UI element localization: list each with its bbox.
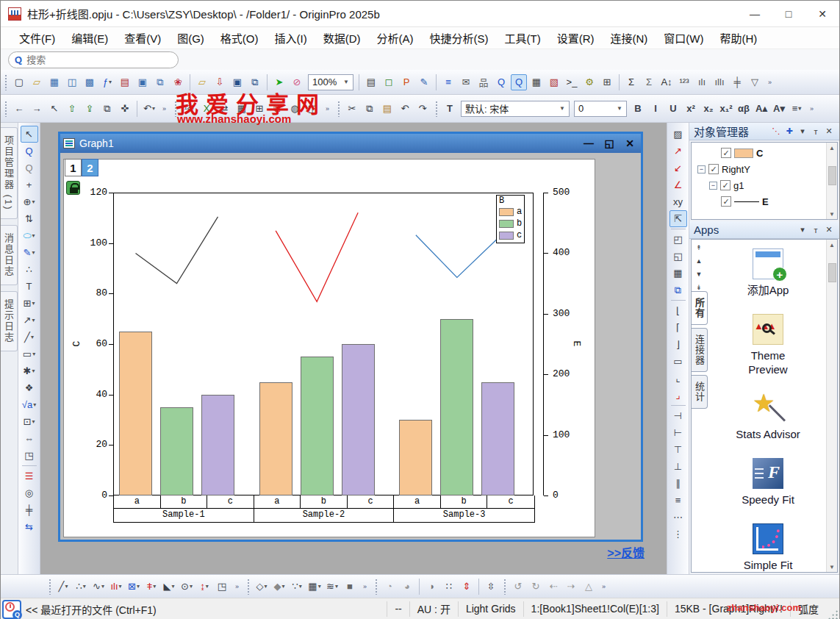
toolbar-overflow-button[interactable]: » [599, 577, 609, 596]
scroll-down-icon[interactable]: ▼ [829, 209, 835, 219]
tree-collapse-icon[interactable]: − [709, 182, 717, 190]
print-preview[interactable]: ◻ [381, 74, 397, 90]
set-digits[interactable]: ¹²³ [676, 74, 692, 90]
subsuperscript-button[interactable]: x₁² [718, 101, 734, 117]
sort-column[interactable]: A↕ [658, 74, 675, 90]
object-3d-tool[interactable]: ◳ [21, 447, 38, 464]
frame-ticks[interactable]: ⌞ [670, 370, 687, 387]
tree-checkbox[interactable]: ✓ [720, 180, 730, 190]
tree-row-g1[interactable]: −✓g1 [693, 177, 836, 193]
dock-tab[interactable]: 消息日志 [1, 225, 18, 285]
undo[interactable]: ↶ [397, 101, 413, 117]
scatter-plot[interactable]: ∴▾ [73, 579, 89, 595]
unmask-points-toolbar[interactable]: ◕ [399, 579, 415, 595]
tilt-right[interactable]: ⇢ [563, 579, 579, 595]
tree-label[interactable]: E [762, 196, 769, 207]
move-data-points[interactable]: ∷ [441, 579, 457, 595]
cancel-pointer[interactable]: ↖ [46, 101, 62, 117]
pan-hand-tool[interactable]: ❖ [21, 379, 38, 396]
remove-bad-points[interactable]: ⇕ [459, 579, 475, 595]
mask-color-tool[interactable]: ▨ [670, 126, 687, 143]
scroll-thumb[interactable] [828, 263, 836, 282]
menu-连接N[interactable]: 连接(N) [602, 28, 656, 48]
new-project[interactable]: ▢ [11, 74, 27, 90]
toolbar-grip[interactable] [375, 579, 378, 595]
maximize-button[interactable]: □ [772, 1, 805, 26]
zoom-out-tool[interactable]: Q [21, 160, 38, 176]
exchange-xy[interactable]: xy [670, 193, 687, 210]
increase-font-button[interactable]: A▴ [753, 101, 769, 117]
menu-文件F[interactable]: 文件(F) [11, 28, 63, 48]
print[interactable]: ▤ [363, 74, 379, 90]
arrow-tool[interactable]: ↗▾ [21, 312, 38, 329]
line-E-Sample-2[interactable] [276, 212, 358, 301]
worksheet-view[interactable]: ▦ [528, 74, 545, 90]
format-worksheet[interactable]: ▧ [546, 74, 562, 90]
line-tool[interactable]: ╱▾ [21, 329, 38, 346]
style-slider-tool[interactable]: ╪ [21, 501, 38, 518]
tree-checkbox[interactable]: ✓ [721, 148, 731, 158]
lock-icon[interactable] [66, 181, 80, 195]
wireframe-3d-plot[interactable]: ◆▾ [271, 579, 287, 595]
axis-zoom-in[interactable]: ↗ [670, 143, 687, 160]
menu-帮助H[interactable]: 帮助(H) [711, 28, 765, 48]
om-close-icon[interactable]: ✕ [823, 126, 835, 137]
tree-row-C[interactable]: ✓C [693, 145, 836, 161]
script-window[interactable]: >_ [564, 74, 580, 90]
menu-编辑E[interactable]: 编辑(E) [63, 28, 116, 48]
alignment-button[interactable]: ≡▾ [789, 101, 805, 117]
pointer-tool[interactable]: ↖ [21, 126, 38, 143]
pin-window[interactable]: ✜ [117, 101, 133, 117]
menu-数据D[interactable]: 数据(D) [315, 28, 369, 48]
status-hint[interactable]: << 最近打开的文件 (Ctrl+F1) [26, 602, 157, 617]
graph-3d-frame[interactable]: ◳ [214, 579, 230, 595]
stock-plot[interactable]: ↨▾ [196, 579, 212, 595]
tilt-left[interactable]: ⇠ [545, 579, 561, 595]
add-9-layers[interactable]: ▦ [670, 265, 687, 282]
tree-label[interactable]: C [756, 148, 763, 159]
graph-page-tab-2[interactable]: 2 [82, 159, 98, 176]
cut[interactable]: ✂ [344, 101, 360, 117]
gw-minimize-button[interactable]: — [581, 136, 597, 151]
dots-tool[interactable]: ∴ [21, 261, 38, 278]
statistics-on-columns[interactable]: Σ [641, 74, 657, 90]
tree-label[interactable]: RightY [722, 164, 750, 175]
open-folder[interactable]: ▱ [29, 74, 45, 90]
forward[interactable]: → [29, 101, 45, 117]
tree-collapse-icon[interactable]: − [697, 165, 706, 173]
rotate-ccw[interactable]: ↺ [510, 579, 526, 595]
draw-data-tool[interactable]: ✎▾ [21, 244, 38, 261]
rescale-points[interactable]: ⇳ [483, 579, 499, 595]
menu-格式O[interactable]: 格式(O) [212, 28, 267, 48]
tree-checkbox[interactable]: ✓ [721, 196, 731, 207]
menu-工具T[interactable]: 工具(T) [497, 28, 549, 48]
app-item-Simple Fit[interactable]: Simple Fit [731, 523, 805, 572]
sum-statistics[interactable]: Σ [623, 74, 639, 90]
zoom-in-tool[interactable]: Q [21, 143, 38, 160]
scroll-thumb[interactable] [828, 166, 836, 185]
axis-rescale[interactable]: ∠ [670, 176, 687, 193]
app-item-添加App[interactable]: +添加App [731, 248, 805, 298]
column-plot[interactable]: ılı▾ [108, 579, 124, 595]
align-middle-v[interactable]: ≡ [670, 492, 687, 509]
rotate-cw[interactable]: ↻ [528, 579, 544, 595]
gw-restore-button[interactable]: ◱ [601, 136, 617, 151]
reimport-data[interactable]: ⇧ [64, 101, 80, 117]
recent-files-icon[interactable]: Q [2, 600, 21, 619]
toggle-mask[interactable]: ◑ [423, 579, 439, 595]
toolbar-overflow-button[interactable]: » [360, 577, 370, 596]
redo[interactable]: ↷ [414, 101, 431, 117]
tree-row-E[interactable]: ✓E [693, 193, 836, 210]
apps-tab-连接器[interactable]: 连接器 [692, 328, 708, 372]
bc-link-tool[interactable]: ⇆ [21, 518, 38, 535]
toolbar-grip[interactable] [4, 101, 8, 117]
menu-分析A[interactable]: 分析(A) [369, 28, 422, 48]
om-dropdown-icon[interactable]: ▾ [797, 126, 808, 137]
toolbar-grip[interactable] [337, 101, 341, 117]
copy[interactable]: ⧉ [362, 101, 378, 117]
app-item-Theme Preview[interactable]: ▲▲▲Theme Preview [731, 314, 805, 377]
line-symbol-plot[interactable]: ∿▾ [90, 579, 107, 595]
toolbar-overflow-button[interactable]: » [232, 577, 242, 596]
toolbar-overflow-button[interactable]: » [159, 99, 169, 118]
app-item-Speedy Fit[interactable]: FSpeedy Fit [731, 458, 805, 507]
